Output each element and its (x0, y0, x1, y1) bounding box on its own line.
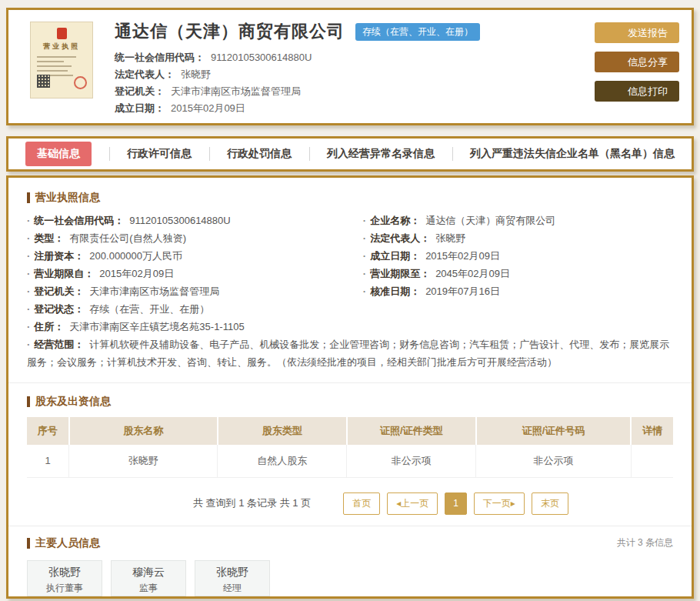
field-business-scope: 经营范围：计算机软硬件及辅助设备、电子产品、机械设备批发；企业管理咨询；财务信息… (27, 336, 673, 371)
field-legal-rep: 法定代表人：张晓野 (363, 229, 673, 247)
tab-divider (209, 147, 210, 161)
status-badge: 存续（在营、开业、在册） (355, 23, 480, 41)
personnel-role: 经理 (195, 582, 269, 595)
tab-basic-info[interactable]: 基础信息 (25, 142, 92, 166)
company-header-card: 营业执照 通达信（天津）商贸有限公司 存续（在营、开业、在册） 统一社会信用代码… (6, 8, 694, 125)
field-company-type: 类型：有限责任公司(自然人独资) (27, 229, 363, 247)
prev-page-button[interactable]: ◂上一页 (387, 492, 438, 515)
first-page-button[interactable]: 首页 (343, 492, 380, 515)
last-page-button[interactable]: 末页 (532, 492, 568, 515)
header-field-registry: 登记机关：天津市津南区市场监督管理局 (115, 83, 595, 100)
qr-code-icon (37, 75, 50, 88)
field-registry-authority: 登记机关：天津市津南区市场监督管理局 (27, 282, 363, 300)
header-field-legal-rep: 法定代表人：张晓野 (115, 66, 595, 83)
tab-admin-license[interactable]: 行政许可信息 (127, 147, 192, 161)
field-credit-code: 统一社会信用代码：91120105300614880U (27, 212, 363, 229)
personnel-name: 穆海云 (112, 566, 185, 579)
business-license-image: 营业执照 (30, 22, 93, 98)
field-establish-date: 成立日期：2015年02月09日 (363, 247, 673, 265)
tab-abnormal-operations[interactable]: 列入经营异常名录信息 (327, 147, 435, 161)
cell-name: 张晓野 (69, 445, 218, 477)
pagination: 共 查询到 1 条记录 共 1 页 首页 ◂上一页 1 下一页▸ 末页 (27, 492, 673, 515)
col-type: 股东类型 (218, 417, 347, 445)
cell-detail (631, 445, 673, 477)
personnel-section-title: 主要人员信息 (27, 536, 100, 550)
col-name: 股东名称 (69, 417, 218, 445)
current-page-button[interactable]: 1 (445, 492, 467, 515)
table-row: 1 张晓野 自然人股东 非公示项 非公示项 (27, 445, 673, 477)
field-company-name: 企业名称：通达信（天津）商贸有限公司 (363, 212, 673, 229)
table-header-row: 序号 股东名称 股东类型 证照/证件类型 证照/证件号码 详情 (27, 417, 673, 445)
shareholders-section-title: 股东及出资信息 (27, 395, 673, 409)
cell-cert-type: 非公示项 (347, 445, 476, 477)
col-index: 序号 (27, 417, 69, 445)
personnel-card[interactable]: 张晓野 执行董事 (27, 560, 102, 596)
license-info-fields: 统一社会信用代码：91120105300614880U 企业名称：通达信（天津）… (27, 212, 673, 371)
header-actions: 发送报告 信息分享 信息打印 (595, 20, 679, 115)
personnel-role: 执行董事 (28, 582, 102, 595)
personnel-role: 监事 (112, 582, 185, 595)
personnel-cards: 张晓野 执行董事 穆海云 监事 张晓野 经理 (27, 560, 673, 596)
col-cert-number: 证照/证件号码 (476, 417, 632, 445)
tab-blacklist[interactable]: 列入严重违法失信企业名单（黑名单）信息 (470, 147, 675, 161)
main-content-card: 营业执照信息 统一社会信用代码：91120105300614880U 企业名称：… (6, 175, 694, 599)
col-cert-type: 证照/证件类型 (347, 417, 476, 445)
col-detail: 详情 (631, 417, 673, 445)
header-field-credit-code: 统一社会信用代码：91120105300614880U (115, 49, 595, 66)
red-seal-icon (74, 76, 87, 89)
field-term-from: 营业期限自：2015年02月09日 (27, 265, 363, 282)
pagination-summary: 共 查询到 1 条记录 共 1 页 (193, 496, 311, 510)
license-info-section: 营业执照信息 统一社会信用代码：91120105300614880U 企业名称：… (8, 191, 692, 371)
shareholders-table: 序号 股东名称 股东类型 证照/证件类型 证照/证件号码 详情 1 张晓野 自然… (27, 417, 673, 478)
tab-bar: 基础信息 行政许可信息 行政处罚信息 列入经营异常名录信息 列入严重违法失信企业… (6, 136, 694, 172)
print-info-button[interactable]: 信息打印 (595, 81, 679, 102)
tab-divider (309, 147, 310, 161)
field-approval-date: 核准日期：2019年07月16日 (363, 282, 673, 300)
company-summary: 通达信（天津）商贸有限公司 存续（在营、开业、在册） 统一社会信用代码：9112… (115, 20, 595, 115)
personnel-card[interactable]: 张晓野 经理 (195, 560, 270, 596)
tab-divider (109, 147, 110, 161)
field-term-to: 营业期限至：2045年02月09日 (363, 265, 673, 282)
header-field-established: 成立日期：2015年02月09日 (115, 100, 595, 117)
personnel-card[interactable]: 穆海云 监事 (111, 560, 186, 596)
personnel-name: 张晓野 (195, 566, 269, 579)
license-image-title: 营业执照 (31, 42, 92, 52)
send-report-button[interactable]: 发送报告 (595, 22, 679, 43)
personnel-count: 共计 3 条信息 (617, 536, 673, 549)
tab-admin-penalty[interactable]: 行政处罚信息 (227, 147, 292, 161)
share-info-button[interactable]: 信息分享 (595, 52, 679, 72)
license-info-section-title: 营业执照信息 (27, 191, 673, 205)
field-registered-capital: 注册资本：200.000000万人民币 (27, 247, 363, 265)
personnel-section: 主要人员信息 共计 3 条信息 张晓野 执行董事 穆海云 监事 张晓野 经理 (8, 526, 692, 596)
company-name-title: 通达信（天津）商贸有限公司 (115, 20, 345, 43)
next-page-button[interactable]: 下一页▸ (474, 492, 525, 515)
cell-type: 自然人股东 (218, 445, 347, 477)
cell-index: 1 (27, 445, 69, 477)
tab-divider (452, 147, 453, 161)
field-registration-status: 登记状态：存续（在营、开业、在册） (27, 300, 363, 318)
license-text-lines (37, 56, 86, 76)
personnel-name: 张晓野 (28, 566, 102, 579)
national-emblem-icon (57, 28, 67, 39)
field-address: 住所：天津市津南区辛庄镇艺境名苑35-1-1105 (27, 318, 673, 336)
shareholders-section: 股东及出资信息 序号 股东名称 股东类型 证照/证件类型 证照/证件号码 详情 … (8, 382, 692, 515)
cell-cert-number: 非公示项 (476, 445, 632, 477)
